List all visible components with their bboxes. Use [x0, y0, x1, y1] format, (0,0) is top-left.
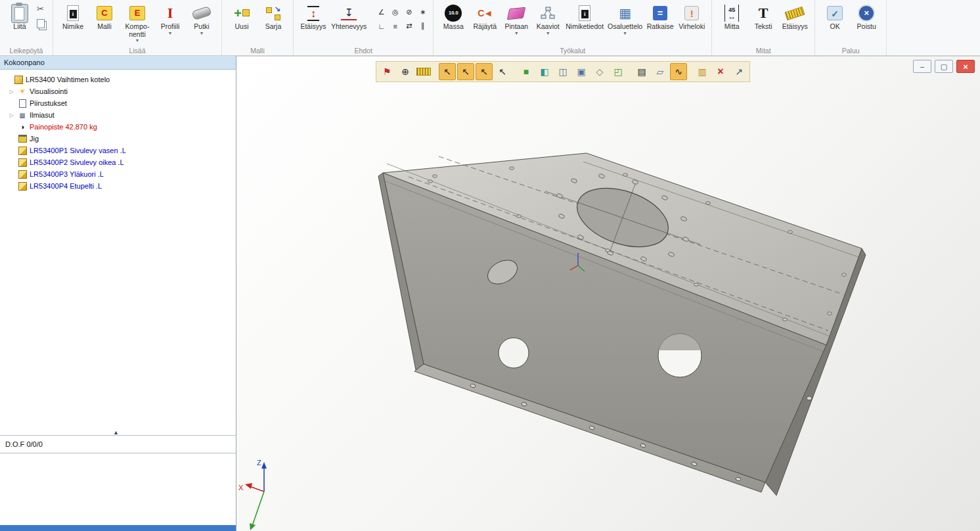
- tree-item-part-4[interactable]: LR53400P4 Etupelti .L: [0, 180, 236, 192]
- measure-distance-button[interactable]: Etäisyys: [779, 3, 811, 32]
- window-controls: – ▢ ×: [913, 60, 975, 73]
- select-vertex-icon[interactable]: ↖: [439, 63, 456, 80]
- expand-arrow-icon[interactable]: ▷: [8, 112, 15, 118]
- select-face-icon[interactable]: ↖: [476, 63, 493, 80]
- mass-icon: 10.0: [445, 5, 462, 22]
- x-axis-label: X: [238, 484, 244, 492]
- to-surface-button[interactable]: Pintaan ▾: [501, 3, 532, 37]
- sheet-part-icon: [18, 158, 27, 167]
- sun-icon: ☀: [18, 87, 27, 96]
- dimension-button[interactable]: 45↔ Mitta: [716, 3, 747, 32]
- model-button[interactable]: C Malli: [89, 3, 120, 32]
- tree-item-label: Painopiste 42.870 kg: [30, 123, 97, 131]
- solve-button[interactable]: = Ratkaise: [644, 3, 676, 32]
- equal-constraint-icon[interactable]: ≡: [389, 21, 401, 31]
- ok-button[interactable]: ✓ OK: [819, 3, 851, 32]
- assembly-icon: [14, 76, 23, 84]
- tangent-constraint-icon[interactable]: ⊘: [403, 7, 415, 17]
- symmetry-constraint-icon[interactable]: ∗: [416, 7, 429, 17]
- hidden-line-view-icon[interactable]: ◫: [554, 63, 571, 80]
- paste-label: Liitä: [13, 23, 26, 31]
- group-label-return: Paluu: [815, 47, 886, 55]
- part-list-view-icon[interactable]: ▤: [633, 63, 650, 80]
- item-data-button[interactable]: i Nimiketiedot: [564, 3, 606, 32]
- to-surface-icon: [507, 7, 525, 19]
- model-viewport[interactable]: Z X ⚑ ⊕ ↖ ↖ ↖ ↖ ■ ◧ ◫ ▣ ◇ ◰ ▤ ▱ ∿ ▥ × ↗ …: [236, 56, 980, 531]
- model-canvas[interactable]: Z X: [236, 57, 980, 531]
- concentric-constraint-icon[interactable]: ◎: [389, 7, 401, 17]
- tree-item-drawings[interactable]: Piirustukset: [0, 97, 236, 109]
- minimize-button[interactable]: –: [913, 60, 931, 73]
- profile-icon: I: [167, 5, 173, 21]
- delete-icon[interactable]: ×: [712, 63, 729, 80]
- restore-button[interactable]: ▢: [935, 60, 953, 73]
- part-list-button[interactable]: ▦ Osaluettelo ▾: [606, 3, 644, 37]
- copy-icon[interactable]: [37, 19, 45, 28]
- mass-button[interactable]: 10.0 Massa: [437, 3, 469, 32]
- paste-button[interactable]: Liitä: [4, 3, 35, 32]
- tree-item-label: LR53400 Vaihtimen kotelo: [26, 76, 110, 83]
- ribbon-group-insert: i Nimike C Malli E Kompo-nentti ▾ I Prof…: [53, 0, 222, 55]
- select-edge-icon[interactable]: ↖: [457, 63, 474, 80]
- tree-item-jig[interactable]: Jig: [0, 133, 236, 145]
- assembly-tree: LR53400 Vaihtimen kotelo ▷ ☀ Visualisoin…: [0, 70, 236, 192]
- angle-constraint-icon[interactable]: ∠: [375, 7, 388, 17]
- parallel-constraint-icon[interactable]: ∥: [416, 21, 429, 31]
- measure-ruler-icon[interactable]: [415, 63, 432, 80]
- shaded-view-icon[interactable]: ■: [518, 63, 535, 80]
- ribbon: Liitä ✂ Leikepöytä i Nimike C Malli E Ko…: [0, 0, 980, 56]
- close-button[interactable]: ×: [956, 60, 975, 73]
- export-view-icon[interactable]: ↗: [730, 63, 747, 80]
- wireframe-view-icon[interactable]: ▣: [573, 63, 590, 80]
- pattern-icon: ↘: [265, 5, 281, 21]
- copy-view-icon[interactable]: ▱: [652, 63, 669, 80]
- coincidence-constraint-button[interactable]: ↧ Yhtenevyys: [329, 3, 368, 32]
- pattern-button[interactable]: ↘ Sarja: [257, 3, 289, 32]
- tree-item-label: LR53400P1 Sivulevy vasen .L: [30, 147, 126, 154]
- component-button[interactable]: E Kompo-nentti ▾: [120, 3, 154, 44]
- dof-status: D.O.F 0/0/0: [0, 436, 236, 453]
- diagrams-button[interactable]: Kaaviot ▾: [532, 3, 564, 37]
- distance-constraint-icon: ↕: [307, 6, 319, 21]
- profile-button[interactable]: I Profiili ▾: [154, 3, 186, 37]
- tree-item-root[interactable]: LR53400 Vaihtimen kotelo: [0, 74, 236, 85]
- text-button[interactable]: T Teksti: [747, 3, 779, 32]
- shaded-edges-view-icon[interactable]: ◧: [536, 63, 553, 80]
- error-log-button[interactable]: ! Virheloki: [676, 3, 707, 32]
- item-doc-icon: i: [67, 5, 79, 21]
- tree-item-label: LR53400P2 Sivulevy oikea .L: [30, 158, 124, 166]
- cut-icon[interactable]: ✂: [37, 5, 47, 13]
- iso-view-icon[interactable]: ◇: [591, 63, 608, 80]
- pin-icon[interactable]: ⚑: [378, 63, 395, 80]
- spline-icon[interactable]: ∿: [670, 63, 687, 80]
- tree-item-part-3[interactable]: LR53400P3 Yläkuori .L: [0, 168, 236, 180]
- diagrams-icon: [541, 4, 555, 22]
- move-icon[interactable]: ⊕: [397, 63, 414, 80]
- right-angle-constraint-icon[interactable]: ∟: [375, 21, 388, 31]
- print-icon[interactable]: ▥: [694, 63, 711, 80]
- new-button[interactable]: + Uusi: [226, 3, 257, 32]
- expand-arrow-icon[interactable]: ▷: [8, 89, 15, 95]
- center-of-mass-icon: ◑: [18, 123, 27, 131]
- tree-item-visualization[interactable]: ▷ ☀ Visualisointi: [0, 85, 236, 97]
- new-icon: +: [234, 6, 250, 20]
- ribbon-group-dimensions: 45↔ Mitta T Teksti Etäisyys Mitat: [712, 0, 815, 55]
- tree-item-appearances[interactable]: ▷ ▦ Ilmiasut: [0, 109, 236, 121]
- tree-item-part-1[interactable]: LR53400P1 Sivulevy vasen .L: [0, 145, 236, 156]
- explode-button[interactable]: C◄ Räjäytä: [469, 3, 501, 32]
- pipe-icon: [192, 6, 212, 20]
- paste-icon: [11, 4, 28, 23]
- sheet-part-icon: [18, 147, 27, 155]
- tree-item-part-2[interactable]: LR53400P2 Sivulevy oikea .L: [0, 156, 236, 168]
- item-button[interactable]: i Nimike: [57, 3, 89, 32]
- corner-view-icon[interactable]: ◰: [610, 63, 627, 80]
- tree-item-center-of-mass[interactable]: ◑ Painopiste 42.870 kg: [0, 121, 236, 133]
- distance-constraint-button[interactable]: ↕ Etäisyys: [298, 3, 329, 32]
- swap-constraint-icon[interactable]: ⇄: [403, 21, 415, 31]
- bottom-scroll-strip[interactable]: [0, 525, 236, 531]
- pipe-button[interactable]: Putki ▾: [186, 3, 217, 37]
- sheet-part-icon: [18, 182, 27, 191]
- exit-button[interactable]: × Poistu: [851, 3, 882, 32]
- assembly-tree-panel: Kokoonpano LR53400 Vaihtimen kotelo ▷ ☀ …: [0, 56, 236, 531]
- select-any-icon[interactable]: ↖: [494, 63, 511, 80]
